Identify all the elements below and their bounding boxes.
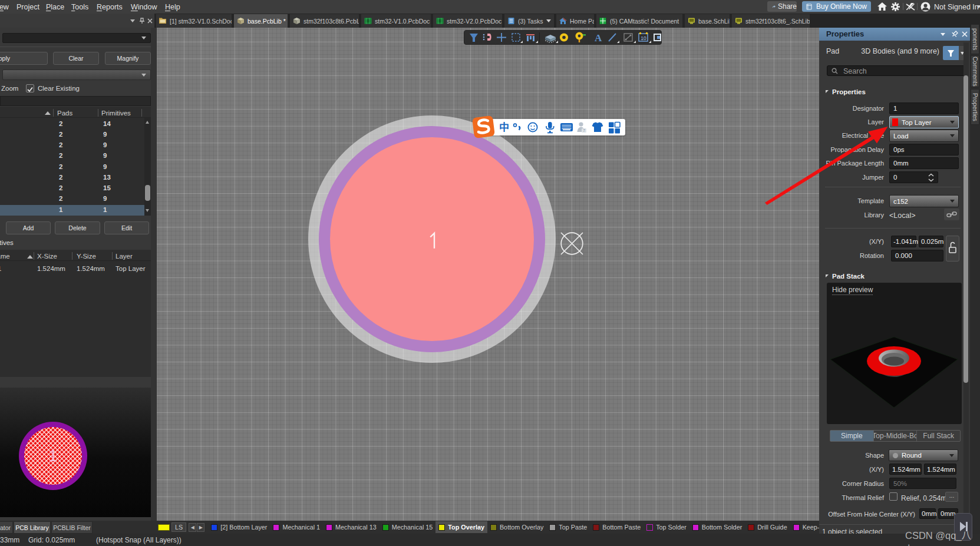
svg-text:1: 1 [48, 447, 57, 465]
svg-text:中: 中 [499, 121, 509, 133]
svg-text:7: 7 [583, 128, 585, 133]
svg-text:A: A [595, 32, 602, 44]
svg-text:10: 10 [641, 35, 646, 41]
